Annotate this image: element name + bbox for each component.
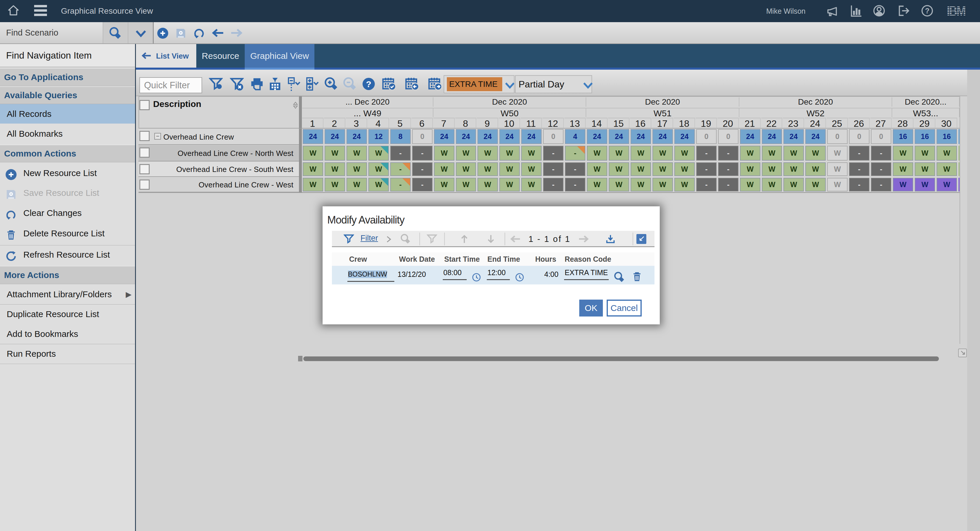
svg-text:?: ? [925, 7, 929, 15]
svg-text:?: ? [366, 79, 371, 89]
